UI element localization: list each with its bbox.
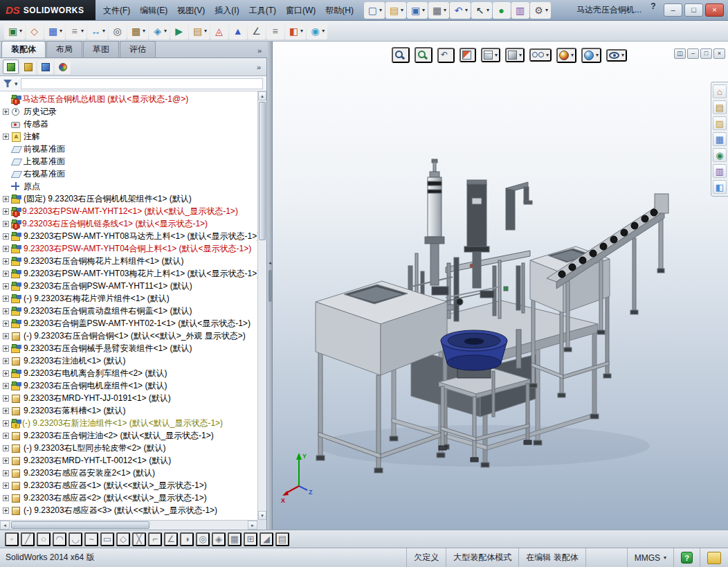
apply-scene[interactable]: ▾ bbox=[581, 48, 601, 63]
tab-assembly[interactable]: 装配体 bbox=[1, 41, 46, 57]
tree-item[interactable]: (-) 9.23203右感应器<3> (默认<<默认>_显示状态-1>) bbox=[0, 504, 257, 516]
new-document[interactable]: ▢ ▾ bbox=[364, 2, 385, 19]
menu-item[interactable]: 文件(F) bbox=[98, 3, 135, 18]
menu-item[interactable]: 插入(I) bbox=[210, 3, 244, 18]
maximize-button[interactable]: □ bbox=[684, 3, 703, 17]
view-settings[interactable]: ▾ bbox=[606, 49, 627, 62]
expand-toggle[interactable] bbox=[3, 358, 9, 364]
measure[interactable]: ∠ bbox=[248, 23, 266, 39]
tree-item[interactable]: 9.23203右感应器<1> (默认<<默认>_显示状态-1>) bbox=[0, 479, 257, 492]
exploded-view[interactable]: ◬ bbox=[210, 23, 228, 39]
expand-toggle[interactable] bbox=[3, 458, 9, 464]
expand-toggle[interactable] bbox=[3, 383, 9, 389]
table[interactable]: ▤ bbox=[275, 532, 289, 546]
tree-item[interactable]: 传感器 bbox=[0, 118, 257, 130]
tree-item[interactable]: 9.23203右压合铜电机座组件<1> (默认) bbox=[0, 379, 257, 392]
expand-toggle[interactable] bbox=[3, 283, 9, 289]
tree-item[interactable]: 9.23203右压合铜机链条线<1> (默认<显示状态-1>) bbox=[0, 217, 257, 230]
expand-toggle[interactable] bbox=[3, 470, 9, 476]
tree-item[interactable]: 9.23203右PSW-AMT-YHT08马达壳上料<1> (默认<显示状态-1… bbox=[0, 230, 257, 242]
menu-item[interactable]: 编辑(E) bbox=[135, 3, 172, 18]
tree-item[interactable]: 9.23203右PSW-AMT-YHT03梅花片上料<1> (默认<显示状态-1… bbox=[0, 267, 257, 280]
tree-item[interactable]: 9.23203右注油机<1> (默认) bbox=[0, 354, 257, 367]
tree-item[interactable]: 9.23203右压合铜注油<2> (默认<默认_显示状态-1>) bbox=[0, 429, 257, 442]
tree-item[interactable]: 9.23203右落料槽<1> (默认) bbox=[0, 404, 257, 417]
tab-layout[interactable]: 布局 bbox=[46, 41, 82, 57]
help-button[interactable]: ? bbox=[647, 0, 659, 12]
expand-toggle[interactable] bbox=[3, 333, 9, 339]
tabs-overflow-chevron[interactable]: » bbox=[257, 46, 262, 55]
tree-item[interactable]: (固定) 9.23203右压合铜机机架组件<1> (默认) bbox=[0, 192, 257, 205]
section-view[interactable] bbox=[459, 48, 476, 62]
menu-item[interactable]: 窗口(W) bbox=[281, 3, 320, 18]
configuration-manager[interactable] bbox=[37, 60, 53, 74]
print[interactable]: ▦ ▾ bbox=[428, 2, 449, 19]
scroll-left-arrow[interactable]: ◂ bbox=[0, 521, 10, 530]
open-document[interactable]: ▤ ▾ bbox=[385, 2, 406, 19]
filter-funnel-icon[interactable] bbox=[3, 80, 12, 87]
expand-toggle[interactable] bbox=[3, 258, 9, 264]
tree-item[interactable]: 原点 bbox=[0, 180, 257, 192]
expand-toggle[interactable] bbox=[3, 221, 9, 227]
linear-component-pattern[interactable]: ▦ ▾ bbox=[44, 23, 65, 39]
expand-toggle[interactable] bbox=[3, 370, 9, 377]
tree-item[interactable]: 历史记录 bbox=[0, 105, 257, 118]
tree-item[interactable]: 上视基准面 bbox=[0, 155, 257, 168]
select[interactable]: ↖ ▾ bbox=[471, 2, 492, 19]
expand-toggle[interactable] bbox=[3, 196, 9, 202]
edit-appearance[interactable]: ▾ bbox=[556, 48, 576, 63]
scroll-right-arrow[interactable]: ▸ bbox=[248, 521, 257, 530]
tree-item[interactable]: 9.23203右压合铜械手悬臂安装组件<1> (默认) bbox=[0, 342, 257, 354]
expand-toggle[interactable] bbox=[3, 408, 9, 414]
filter-input[interactable] bbox=[21, 78, 263, 89]
tree-item[interactable]: 9.23203右PSW-AMT-YHT04合铜上料<1> (默认<显示状态-1>… bbox=[0, 242, 257, 255]
horizontal-scroll-thumb[interactable] bbox=[11, 521, 149, 529]
smart-fasteners[interactable]: ≡ ▾ bbox=[66, 23, 87, 39]
custom-properties[interactable]: ▥ bbox=[713, 164, 727, 178]
menu-item[interactable]: 视图(V) bbox=[172, 3, 210, 18]
design-library[interactable]: ▤ bbox=[713, 100, 727, 114]
mate[interactable]: ◇ bbox=[26, 23, 44, 39]
hide-show-items[interactable]: ▾ bbox=[529, 48, 552, 62]
tree-item[interactable]: 9.23203右压合铜震动盘组件右铜盖<1> (默认) bbox=[0, 305, 257, 317]
status-help-icon[interactable]: ? bbox=[681, 552, 693, 564]
splitter-handle[interactable] bbox=[269, 270, 272, 302]
move-component[interactable]: ↔ ▾ bbox=[87, 23, 108, 39]
file-explorer[interactable]: ▨ bbox=[713, 116, 727, 130]
line[interactable]: ╱ bbox=[21, 532, 35, 546]
appearances-scenes[interactable]: ◉ bbox=[713, 148, 727, 162]
appearance-tool[interactable]: ◉ ▾ bbox=[307, 23, 327, 39]
expand-toggle[interactable] bbox=[3, 395, 9, 402]
expand-toggle[interactable] bbox=[3, 208, 9, 215]
expand-toggle[interactable] bbox=[3, 109, 9, 115]
filter-caret-icon[interactable]: ▾ bbox=[15, 80, 18, 87]
grid[interactable]: ▦ bbox=[228, 532, 242, 546]
units-dropdown[interactable]: MMGS ▾ bbox=[627, 548, 673, 567]
expand-toggle[interactable] bbox=[3, 296, 9, 302]
panel-splitter[interactable]: ◂ bbox=[267, 42, 273, 530]
tangent-arc[interactable]: ◡ bbox=[69, 532, 82, 546]
spline[interactable]: ~ bbox=[84, 532, 98, 546]
fillet[interactable]: ⌐ bbox=[148, 532, 162, 546]
tree-item[interactable]: 9.23203右合铜盖PSW-AMT-YHT02-1<1> (默认<显示状态-1… bbox=[0, 317, 257, 330]
featuremanager-design-tree[interactable] bbox=[3, 60, 19, 74]
collapse-panel-arrow[interactable]: ◂ bbox=[267, 260, 273, 266]
expand-toggle[interactable] bbox=[3, 445, 9, 451]
section-tool[interactable]: ◧ ▾ bbox=[285, 23, 306, 39]
trim[interactable]: ╳ bbox=[132, 532, 146, 546]
expand-toggle[interactable] bbox=[3, 321, 9, 327]
bill-of-materials[interactable]: ▤ ▾ bbox=[189, 23, 210, 39]
tree-item[interactable]: (-) 9.23203右新注油组件<1> (默认<默认_显示状态-1>) bbox=[0, 417, 257, 429]
interference-detection[interactable]: ▲ bbox=[229, 23, 247, 39]
zoom-to-area[interactable] bbox=[415, 47, 433, 63]
tree-item[interactable]: 前视基准面 bbox=[0, 143, 257, 155]
doc-restore[interactable]: □ bbox=[700, 48, 712, 59]
panel-overflow-chevron[interactable]: » bbox=[257, 63, 264, 71]
rebuild[interactable]: ● bbox=[493, 2, 511, 19]
snap[interactable]: ⊞ bbox=[244, 532, 257, 546]
tree-item[interactable]: 9.23203右MRD-YHT-JJ-0191<1> (默认) bbox=[0, 392, 257, 404]
polygon[interactable]: ◇ bbox=[116, 532, 130, 546]
insert-component[interactable]: ▣ ▾ bbox=[4, 23, 25, 39]
angle-dimension[interactable]: ∠ bbox=[164, 532, 178, 546]
expand-toggle[interactable] bbox=[3, 495, 9, 501]
